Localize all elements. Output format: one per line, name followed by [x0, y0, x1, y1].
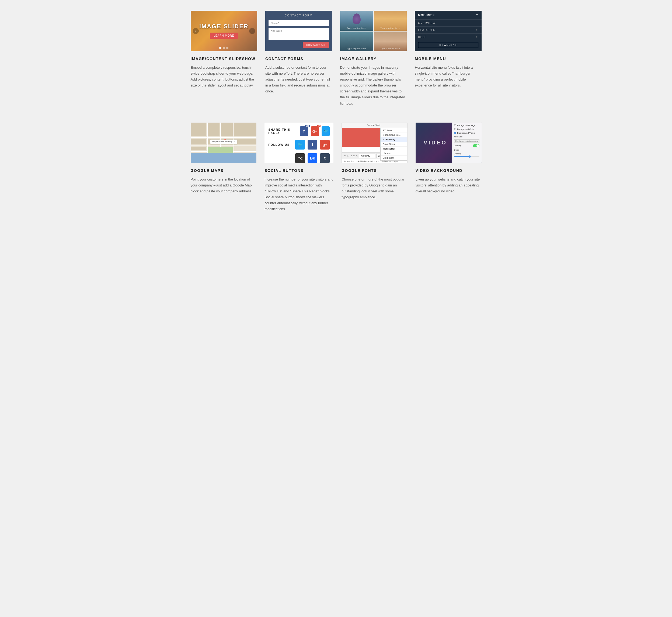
map-block-2: [191, 139, 207, 145]
font-option-ubuntu[interactable]: Ubuntu: [381, 151, 407, 156]
video-toggle-knob: [476, 145, 479, 147]
follow-tumblr-button[interactable]: t: [320, 153, 330, 163]
follow-facebook-button[interactable]: f: [307, 140, 317, 150]
social-extra-row: ⌥ Bē t: [268, 153, 330, 163]
preview-google-fonts: Source Serif... PT Sans Open Sans Cot...…: [342, 123, 408, 163]
page-wrapper: ‹ IMAGE SLIDER LEARN MORE › IMAGE/CONTEN…: [185, 0, 487, 239]
contact-message-textarea[interactable]: [268, 28, 329, 40]
video-opacity-slider-thumb[interactable]: [469, 156, 471, 158]
video-option-color: Color: [454, 149, 479, 151]
mobile-nav-overview[interactable]: OVERVIEW: [415, 19, 482, 26]
googleplus-share-count: 47: [317, 125, 320, 127]
video-youtube-label: YouTube: [454, 136, 462, 138]
radio-bg-video[interactable]: [454, 132, 456, 134]
video-bg-video-label: Background Video: [457, 132, 475, 134]
video-url-input[interactable]: [454, 139, 479, 143]
slider-title: IMAGE SLIDER: [199, 23, 249, 30]
googleplus-icon: g+: [312, 129, 317, 133]
card-google-maps: 📍 Empire State Building × GOOGLE MAPS Po…: [191, 123, 257, 212]
font-option-montserrat[interactable]: Montserrat: [381, 147, 407, 151]
font-option-droidserif[interactable]: Droid Serif: [381, 156, 407, 160]
tumblr-icon: t: [324, 156, 325, 160]
share-twitter-button[interactable]: 🐦: [321, 126, 330, 136]
mobile-nav-help-label: HELP: [418, 36, 427, 38]
card-desc-image-slider: Embed a completely responsive, touch-swi…: [191, 65, 257, 88]
slider-dot-2: [223, 47, 225, 49]
slider-dot-1: [219, 47, 221, 49]
gallery-cell-3: Type caption here: [340, 31, 373, 51]
toolbar-icon-4: ≡: [353, 154, 355, 157]
card-desc-video-background: Liven up your website and catch your sit…: [416, 177, 482, 194]
share-facebook-button[interactable]: f 192: [300, 126, 308, 136]
font-option-raleway[interactable]: ✓ Raleway: [381, 138, 407, 142]
font-option-droidsans[interactable]: Droid Sans: [381, 142, 407, 147]
video-option-bg-color: Background Color: [454, 128, 479, 131]
fonts-toolbar: Source Serif...: [342, 123, 407, 128]
card-title-google-maps: GOOGLE MAPS: [191, 168, 257, 173]
hamburger-icon: ≡: [476, 13, 478, 17]
gallery-caption-2: Type caption here: [381, 27, 400, 29]
follow-behance-button[interactable]: Bē: [307, 153, 317, 163]
video-overlay-toggle[interactable]: [473, 144, 479, 147]
font-name-input[interactable]: [359, 154, 375, 158]
mobile-download-button[interactable]: DOWNLOAD: [418, 42, 478, 48]
follow-twitter-button[interactable]: 🐦: [295, 140, 305, 150]
mobile-nav-features-label: FEATURES: [418, 29, 436, 31]
social-share-label: SHARE THIS PAGE!: [268, 128, 297, 135]
slider-next-arrow[interactable]: ›: [249, 28, 255, 34]
contact-submit-button[interactable]: CONTACT US: [303, 42, 329, 48]
map-background: 📍 Empire State Building ×: [191, 123, 257, 163]
card-image-gallery: Type caption here Type caption here Type…: [340, 11, 407, 107]
gallery-caption-4: Type caption here: [381, 48, 400, 49]
font-option-opensans[interactable]: Open Sans Cot...: [381, 133, 407, 138]
slider-content: IMAGE SLIDER LEARN MORE: [199, 23, 249, 38]
slider-dots: [219, 47, 228, 49]
video-opacity-label: Opacity: [454, 153, 461, 155]
follow-github-button[interactable]: ⌥: [295, 153, 305, 163]
card-video-background: VIDEO Background Image Background Color …: [416, 123, 482, 212]
map-block-9: [234, 139, 256, 145]
video-opacity-slider-track[interactable]: [454, 156, 479, 157]
card-desc-contact-forms: Add a subscribe or contact form to your …: [265, 65, 332, 94]
video-option-youtube: YouTube: [454, 136, 479, 138]
chevron-down-icon: ▼: [476, 29, 478, 31]
preview-contact-form: CONTACT FORM CONTACT US: [265, 11, 332, 51]
video-settings-panel: Background Image Background Color Backgr…: [452, 123, 482, 163]
card-desc-image-gallery: Demonstrate your images in masonry mobil…: [340, 65, 407, 107]
video-overlay-label: Overlay: [454, 145, 462, 147]
map-block-1: [191, 123, 207, 136]
map-block-8: [234, 123, 256, 136]
slider-dot-3: [226, 47, 228, 49]
mobile-nav-help[interactable]: HELP ▼: [415, 33, 482, 40]
chevron-left-icon: ‹: [195, 29, 196, 33]
preview-mobile-menu: MOBIRISE ≡ OVERVIEW FEATURES ▼ HELP ▼ DO…: [415, 11, 482, 51]
font-option-ptsans[interactable]: PT Sans: [381, 128, 407, 133]
behance-icon: Bē: [310, 156, 315, 160]
card-title-image-slider: IMAGE/CONTENT SLIDESHOW: [191, 56, 257, 61]
map-water: [191, 153, 257, 163]
social-share-row: SHARE THIS PAGE! f 192 g+ 47 🐦: [268, 126, 330, 136]
slider-learn-more-button[interactable]: LEARN MORE: [210, 33, 238, 39]
feature-grid-row1: ‹ IMAGE SLIDER LEARN MORE › IMAGE/CONTEN…: [191, 11, 482, 107]
preview-social-buttons: SHARE THIS PAGE! f 192 g+ 47 🐦 FOLLOW US: [264, 123, 333, 163]
twitter-icon: 🐦: [323, 129, 328, 134]
map-popup-text: Empire State Building: [212, 140, 232, 143]
card-desc-google-fonts: Choose one or more of the most popular f…: [342, 177, 408, 200]
map-popup-close-icon[interactable]: ×: [234, 140, 235, 143]
video-option-bg-image: Background Image: [454, 124, 479, 127]
radio-bg-color[interactable]: [454, 128, 456, 130]
share-googleplus-button[interactable]: g+ 47: [311, 126, 319, 136]
follow-googleplus-button[interactable]: g+: [320, 140, 330, 150]
chevron-right-icon: ›: [252, 29, 253, 33]
gallery-cell-4: Type caption here: [374, 31, 407, 51]
toolbar-icon-3: ≡: [351, 154, 352, 157]
video-opacity-slider-fill: [454, 156, 469, 157]
gallery-caption-3: Type caption here: [347, 48, 366, 49]
card-desc-mobile-menu: Horizontal site menu folds itself into a…: [415, 65, 482, 88]
radio-bg-image[interactable]: [454, 124, 456, 126]
contact-name-input[interactable]: [268, 20, 329, 26]
card-desc-social-buttons: Increase the number of your site visitor…: [264, 177, 333, 212]
card-google-fonts: Source Serif... PT Sans Open Sans Cot...…: [342, 123, 408, 212]
mobile-nav-features[interactable]: FEATURES ▼: [415, 26, 482, 33]
slider-prev-arrow[interactable]: ‹: [193, 28, 199, 34]
